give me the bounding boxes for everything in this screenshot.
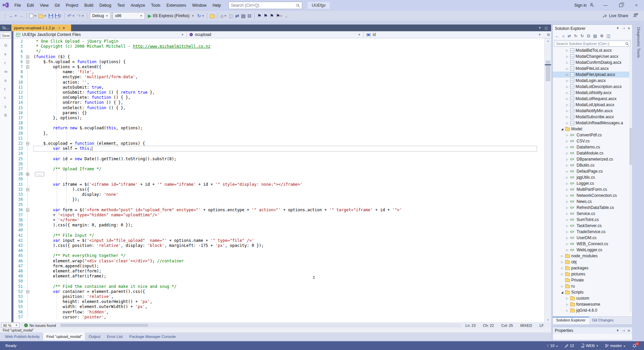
code-line[interactable]: 44: [13, 248, 544, 253]
code-line[interactable]: 49 element.after(iframe);: [13, 274, 544, 279]
redo-button[interactable]: ↷▼: [76, 12, 85, 20]
sync-with-active-document-icon[interactable]: ↻: [574, 34, 577, 38]
expander-icon[interactable]: ▷: [566, 218, 569, 221]
menu-file[interactable]: File: [11, 2, 24, 9]
code-line[interactable]: 39 ).css({ margin: 0, padding: 0 });: [13, 223, 544, 228]
code-line[interactable]: 21: [13, 136, 544, 141]
properties-icon[interactable]: ⚙: [600, 34, 604, 38]
code-line[interactable]: 54 height: element.outerHeight() + 'px',: [13, 299, 544, 304]
minimize-button[interactable]: —: [598, 0, 613, 11]
tree-item-packages[interactable]: ▷packages: [553, 265, 632, 271]
bottom-tab-package-manager-console[interactable]: Package Manager Console: [126, 333, 179, 340]
clear-bookmarks-button[interactable]: ⚑✕: [275, 12, 283, 20]
expander-icon[interactable]: ▷: [566, 212, 569, 215]
expander-icon[interactable]: ▷: [566, 236, 569, 239]
sign-in-button[interactable]: Sign in: [572, 3, 589, 8]
code-line[interactable]: 33 display: 'none': [13, 192, 544, 197]
expander-icon[interactable]: ▷: [566, 122, 569, 125]
fold-collapse-icon[interactable]: [26, 209, 29, 212]
collapsed-region[interactable]: ...: [35, 172, 44, 176]
document-health-indicator[interactable]: ✓ No issues found: [24, 323, 56, 327]
tree-item-weblogger-cs[interactable]: ▷C#WebLogger.cs: [553, 247, 632, 253]
code-line[interactable]: 24: [13, 151, 544, 156]
tree-item-modalchangeuser-ascx[interactable]: ▷<>ModalChangeUser.ascx: [553, 53, 632, 59]
expander-icon[interactable]: ▷: [566, 140, 569, 143]
expander-icon[interactable]: ▷: [566, 103, 569, 106]
tree-item-datamodule-cs[interactable]: ▷C#DataModule.cs: [553, 150, 632, 156]
editor-vertical-scrollbar[interactable]: ▲ ▼: [544, 38, 551, 322]
expander-icon[interactable]: ▷: [566, 91, 569, 94]
pin-icon[interactable]: ⊣: [622, 27, 625, 30]
code-line[interactable]: 15 onSelect: function () { },: [13, 105, 544, 111]
tree-item-logger-cs[interactable]: ▷C#Logger.cs: [553, 180, 632, 186]
user-account-icon[interactable]: [589, 2, 598, 8]
expander-icon[interactable]: ▷: [566, 297, 569, 300]
expander-icon[interactable]: ▷: [560, 261, 564, 264]
menu-debug[interactable]: Debug: [96, 2, 114, 9]
code-line[interactable]: 10 action: '',: [13, 80, 544, 85]
fold-collapse-icon[interactable]: [26, 60, 29, 63]
tree-item-modallotnotify-ascx[interactable]: ▷<>ModalLotNotify.ascx: [553, 90, 632, 96]
tree-item-private[interactable]: Private: [553, 277, 632, 283]
feedback-button[interactable]: [633, 13, 638, 19]
expander-icon[interactable]: ▷: [566, 146, 569, 149]
expander-icon[interactable]: ▷: [566, 170, 569, 173]
expander-icon[interactable]: ◢: [560, 291, 564, 294]
expander-icon[interactable]: ▷: [566, 67, 569, 70]
tree-item-csv-cs[interactable]: ▷C#CSV.cs: [553, 138, 632, 144]
tree-item-modalconfirmdialog-ascx[interactable]: ▷<>ModalConfirmDialog.ascx: [553, 59, 632, 65]
tree-item-modallotdescription-ascx[interactable]: ▷<>ModalLotDescription.ascx: [553, 84, 632, 90]
zoom-level-select[interactable]: 90 %▼: [1, 323, 19, 328]
next-bookmark-button[interactable]: ⚑: [269, 12, 275, 20]
new-project-button[interactable]: ▼: [29, 12, 38, 20]
diagnostic-tools-tab[interactable]: Diagnostic Tools: [637, 27, 641, 58]
save-all-button[interactable]: ⇩: [54, 12, 63, 20]
code-line[interactable]: 38 + '</form>': [13, 218, 544, 223]
pin-tab-icon[interactable]: ⊣: [57, 26, 60, 30]
navigate-forward-button[interactable]: →: [18, 12, 25, 20]
menu-build[interactable]: Build: [82, 2, 97, 9]
format-selection-button[interactable]: ⊟: [247, 12, 253, 20]
code-line[interactable]: 50: [13, 279, 544, 284]
expander-icon[interactable]: ▷: [566, 55, 569, 58]
tree-item-sumtoint-cs[interactable]: ▷C#SumToInt.cs: [553, 217, 632, 223]
home-icon[interactable]: ⌂: [562, 34, 565, 38]
tree-item-node-modules[interactable]: ▷node_modules: [553, 253, 632, 259]
expander-icon[interactable]: ▷: [560, 273, 564, 276]
menu-edit[interactable]: Edit: [24, 2, 37, 9]
show-all-files-icon[interactable]: ▤: [593, 34, 597, 38]
fold-collapse-icon[interactable]: [26, 142, 29, 145]
navigate-back-button[interactable]: ←▼: [8, 12, 18, 20]
expander-icon[interactable]: ▷: [566, 176, 569, 179]
code-line[interactable]: 32 ).css({: [13, 187, 544, 192]
tree-item-obj[interactable]: ▷obj: [553, 259, 632, 265]
code-line[interactable]: 51 /** Find the container and make it ni…: [13, 284, 544, 289]
back-icon[interactable]: ←: [555, 34, 559, 38]
browser-window-button[interactable]: ◫: [228, 12, 234, 20]
float-window-icon[interactable]: ◫: [545, 26, 548, 30]
close-button[interactable]: ×: [629, 0, 644, 11]
code-line[interactable]: 41 /** File Input */: [13, 233, 544, 238]
expander-icon[interactable]: ▷: [566, 73, 569, 76]
format-document-button[interactable]: ▤: [240, 12, 247, 20]
code-line[interactable]: 53 position: 'relative',: [13, 294, 544, 299]
expander-icon[interactable]: ▷: [566, 309, 569, 312]
search-input[interactable]: Search (Ctrl+Q): [228, 2, 302, 9]
fold-collapse-icon[interactable]: [26, 65, 29, 69]
fold-expand-icon[interactable]: [26, 173, 29, 176]
expander-icon[interactable]: ▷: [566, 116, 569, 119]
expander-icon[interactable]: ▷: [560, 255, 564, 258]
bottom-tab-find-upload-modal-[interactable]: Find "upload_modal": [43, 333, 85, 340]
scroll-down-icon[interactable]: ▼: [545, 317, 551, 322]
properties-title-bar[interactable]: Properties ▼ ⊣ ✕: [553, 327, 632, 334]
preview-selected-icon[interactable]: ◫: [607, 34, 610, 38]
bottom-tab-output[interactable]: Output: [86, 333, 103, 340]
menu-git[interactable]: Git: [52, 2, 63, 9]
code-line[interactable]: 46 element.wrap("<div class='clear'></di…: [13, 259, 544, 264]
code-line[interactable]: 17 }, options);: [13, 116, 544, 121]
close-tab-icon[interactable]: ✕: [62, 26, 65, 30]
close-icon[interactable]: ✕: [628, 27, 630, 30]
menu-window[interactable]: Window: [189, 2, 210, 9]
code-line[interactable]: 8 name: 'file',: [13, 70, 544, 75]
tree-item-modalsubscribe-ascx[interactable]: ▷<>ModalSubscribe.ascx: [553, 114, 632, 120]
